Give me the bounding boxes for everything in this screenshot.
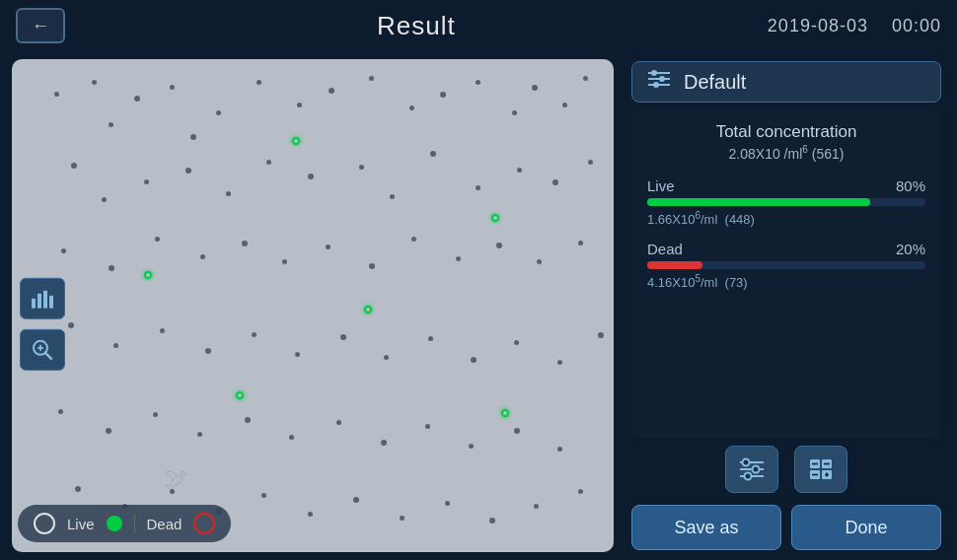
profile-selector[interactable]: Default <box>631 61 941 103</box>
dead-dot <box>200 254 205 259</box>
header-time: 00:00 <box>892 16 941 35</box>
dead-dot <box>489 518 495 524</box>
svg-rect-2 <box>43 291 47 309</box>
dead-dot <box>102 197 107 202</box>
dead-dot <box>476 185 480 190</box>
dead-dot <box>428 336 433 341</box>
histogram-button[interactable] <box>20 278 65 319</box>
dead-dot <box>588 160 593 165</box>
total-conc-number: 2.08X10 /ml6 <box>729 146 808 162</box>
dead-bar-fill <box>647 261 702 269</box>
dead-dot <box>537 259 542 264</box>
back-button[interactable]: ← <box>16 8 65 43</box>
zoom-button[interactable] <box>20 329 65 371</box>
total-concentration-title: Total concentration <box>647 122 925 142</box>
dead-bar-bg <box>647 261 925 269</box>
dead-dot <box>514 428 520 434</box>
dead-dot <box>400 516 405 521</box>
dead-dot <box>557 360 562 365</box>
dead-dot <box>390 194 395 199</box>
dead-dot <box>144 179 149 184</box>
legend-dead-label: Dead <box>147 516 183 532</box>
dead-dot <box>381 440 387 446</box>
dead-dot <box>282 259 287 264</box>
dead-dot <box>456 256 461 261</box>
dead-dot <box>557 447 562 452</box>
live-dot <box>491 214 499 222</box>
dead-dot <box>534 504 539 509</box>
dead-dot <box>106 428 111 434</box>
svg-point-17 <box>753 466 760 473</box>
dead-dot <box>471 357 477 363</box>
scatter-plot: 🕊 <box>12 59 614 552</box>
dead-value: 4.16X105/ml (73) <box>647 273 925 290</box>
stats-section: Total concentration 2.08X10 /ml6 (561) L… <box>631 110 941 438</box>
watermark: 🕊 <box>165 465 188 493</box>
dead-dot <box>109 265 114 271</box>
profile-sliders-icon <box>646 68 672 96</box>
dead-dot <box>242 241 248 246</box>
dead-dot <box>109 122 113 127</box>
header-datetime: 2019-08-03 00:00 <box>768 16 941 36</box>
dead-dot <box>297 103 302 107</box>
dead-dot <box>153 412 158 417</box>
svg-point-15 <box>743 459 750 466</box>
dead-dot <box>245 417 251 423</box>
svg-rect-3 <box>49 296 53 309</box>
right-panel: Default Total concentration 2.08X10 /ml6… <box>622 51 957 560</box>
calculate-button[interactable] <box>794 446 847 493</box>
dead-stat-header: Dead 20% <box>647 241 925 257</box>
dead-dot <box>205 348 211 354</box>
action-buttons: Save as Done <box>631 505 941 550</box>
total-concentration-value: 2.08X10 /ml6 (561) <box>647 144 925 162</box>
bottom-controls <box>631 446 941 493</box>
dead-dot <box>75 486 81 492</box>
dead-dot <box>430 151 436 157</box>
dead-dot <box>578 241 583 245</box>
dead-dot <box>369 263 375 269</box>
dead-dot <box>92 80 97 85</box>
profile-label: Default <box>684 71 746 94</box>
dead-dot <box>409 105 414 110</box>
dead-dot <box>411 237 416 242</box>
adjust-button[interactable] <box>725 446 778 493</box>
dead-dot <box>252 332 257 337</box>
dead-dot <box>496 243 502 248</box>
live-percentage: 80% <box>896 177 925 194</box>
svg-point-13 <box>653 82 659 88</box>
dead-dot <box>517 168 522 173</box>
dead-dot <box>170 85 175 90</box>
dead-percentage: 20% <box>896 241 925 257</box>
dead-dot <box>532 85 538 91</box>
done-button[interactable]: Done <box>791 505 941 550</box>
dead-dot <box>308 174 314 179</box>
dead-circle-icon <box>193 513 215 534</box>
save-as-button[interactable]: Save as <box>631 505 781 550</box>
live-value: 1.66X106/ml (448) <box>647 210 925 227</box>
back-icon: ← <box>32 16 49 36</box>
dead-dot <box>185 168 191 174</box>
svg-rect-0 <box>32 299 36 309</box>
live-dot <box>292 137 300 145</box>
dead-dot <box>190 134 196 140</box>
dead-dot <box>134 96 140 102</box>
dead-dot <box>562 103 567 107</box>
dead-dot <box>289 435 294 440</box>
dead-label: Dead <box>647 241 683 257</box>
dead-dot <box>266 160 271 165</box>
dead-dot <box>476 80 480 85</box>
dead-dot <box>598 332 604 338</box>
svg-point-11 <box>659 76 665 82</box>
legend-live-label: Live <box>67 516 95 532</box>
live-bar-fill <box>647 198 870 206</box>
live-dot <box>236 391 244 399</box>
dead-dot <box>583 76 588 81</box>
left-toolbar <box>20 278 65 371</box>
dead-dot <box>295 352 300 357</box>
dead-dot <box>197 432 202 437</box>
dead-dot <box>216 110 221 115</box>
header: ← Result 2019-08-03 00:00 <box>0 0 957 51</box>
dead-dot <box>68 322 74 328</box>
dead-dot <box>160 328 165 333</box>
dead-dot <box>155 237 160 242</box>
